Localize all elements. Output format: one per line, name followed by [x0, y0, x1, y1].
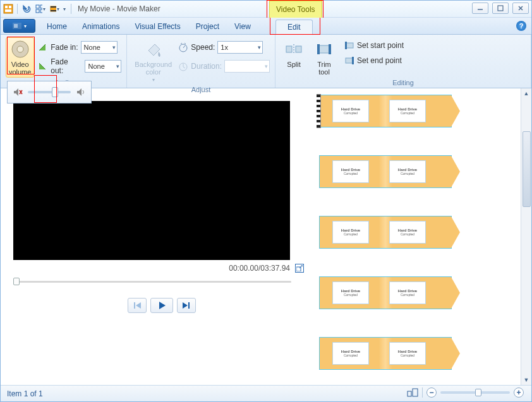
svg-rect-24 [318, 45, 330, 53]
speed-label: Speed: [191, 43, 215, 52]
zoom-slider[interactable] [440, 391, 510, 394]
tab-view[interactable]: View [227, 19, 258, 34]
minimize-button[interactable] [472, 3, 488, 14]
qat-layout-icon[interactable]: ▾ [35, 4, 45, 14]
zoom-controls: − + [407, 387, 524, 398]
clip-row[interactable]: Hard DriveCorruptedHard DriveCorrupted [319, 276, 452, 309]
video-preview[interactable] [13, 101, 290, 260]
fade-out-combo[interactable]: None▾ [85, 60, 121, 73]
tab-animations[interactable]: Animations [75, 19, 127, 34]
trim-label: Trim tool [317, 61, 331, 76]
storyboard-pane: Hard DriveCorruptedHard DriveCorruptedHa… [317, 88, 531, 385]
clip-thumbnail[interactable]: Hard DriveCorrupted [389, 160, 426, 183]
workspace: 00:00.00/03:37.94 Hard DriveCorruptedHar… [1, 88, 531, 385]
clip-thumbnail[interactable]: Hard DriveCorrupted [332, 342, 369, 365]
fade-in-label: Fade in: [51, 43, 78, 52]
vertical-scrollbar[interactable]: ▲ ▼ [521, 88, 531, 385]
clip-row[interactable]: Hard DriveCorruptedHard DriveCorrupted [319, 216, 452, 249]
background-color-button[interactable]: Background color ▾ [132, 37, 174, 85]
tab-edit[interactable]: Edit [275, 20, 313, 35]
speed-icon [178, 42, 188, 52]
zoom-out-button[interactable]: − [426, 387, 437, 398]
group-label-editing: Editing [281, 78, 526, 86]
svg-rect-26 [329, 44, 331, 54]
zoom-in-button[interactable]: + [514, 387, 524, 398]
svg-rect-4 [36, 5, 39, 8]
clip-thumbnail[interactable]: Hard DriveCorrupted [389, 100, 426, 122]
tab-project[interactable]: Project [188, 19, 227, 34]
svg-rect-28 [345, 42, 347, 49]
duration-combo[interactable]: ▾ [224, 60, 270, 73]
app-window: ▾ ▾ ▾ My Movie - Movie Maker Video Tools… [0, 0, 532, 402]
background-color-label: Background color [135, 61, 172, 76]
clip-thumbnail[interactable]: Hard DriveCorrupted [332, 221, 369, 244]
clip-row[interactable]: Hard DriveCorruptedHard DriveCorrupted [319, 95, 452, 127]
seek-thumb[interactable] [13, 278, 20, 285]
undo-icon[interactable] [21, 4, 32, 14]
svg-point-18 [17, 46, 23, 52]
svg-rect-12 [498, 6, 503, 11]
help-button[interactable]: ? [516, 21, 526, 31]
next-frame-button[interactable] [177, 298, 196, 313]
clip-row[interactable]: Hard DriveCorruptedHard DriveCorrupted [319, 155, 452, 188]
volume-slider-thumb[interactable] [52, 87, 58, 97]
context-tab-label: Video Tools [269, 1, 322, 18]
paint-bucket-icon [143, 39, 164, 59]
close-button[interactable] [512, 3, 529, 14]
tab-visual-effects[interactable]: Visual Effects [127, 19, 188, 34]
file-menu-button[interactable]: ▾ [3, 19, 35, 33]
start-point-icon [344, 41, 354, 50]
set-start-point-button[interactable]: Set start point [341, 40, 407, 51]
play-button[interactable] [150, 298, 173, 313]
fullscreen-button[interactable] [295, 264, 304, 273]
svg-rect-22 [296, 46, 301, 52]
clip-thumbnail[interactable]: Hard DriveCorrupted [389, 281, 426, 304]
speaker-max-icon[interactable] [76, 87, 86, 97]
speed-combo[interactable]: 1x▾ [217, 41, 263, 54]
quick-access-toolbar: ▾ ▾ ▾ [1, 4, 71, 14]
maximize-button[interactable] [492, 3, 509, 14]
qat-customize-dropdown[interactable]: ▾ [63, 6, 66, 12]
clip-thumbnail[interactable]: Hard DriveCorrupted [389, 342, 426, 365]
qat-divider [71, 4, 71, 14]
duration-icon [178, 61, 188, 71]
video-volume-button[interactable]: Video volume [6, 37, 34, 78]
qat-divider [17, 4, 18, 14]
duration-label: Duration: [191, 62, 222, 71]
trim-tool-button[interactable]: Trim tool [311, 37, 337, 78]
previous-frame-button[interactable] [128, 298, 147, 313]
volume-slider[interactable] [28, 91, 71, 93]
scrollbar-thumb[interactable] [523, 131, 531, 207]
qat-filmstrip-icon[interactable]: ▾ [49, 4, 59, 14]
tab-home[interactable]: Home [39, 19, 75, 34]
ribbon-tabs: ▾ Home Animations Visual Effects Project… [1, 18, 531, 35]
seek-bar[interactable] [13, 279, 291, 284]
fade-out-icon [38, 62, 48, 71]
preview-pane: 00:00.00/03:37.94 [1, 88, 317, 385]
svg-rect-25 [317, 44, 320, 54]
zoom-slider-thumb[interactable] [475, 389, 481, 396]
set-end-label: Set end point [357, 56, 402, 65]
svg-rect-21 [286, 46, 292, 52]
clip-thumbnail[interactable]: Hard DriveCorrupted [332, 160, 369, 183]
speaker-mute-icon[interactable] [13, 87, 23, 97]
thumbnail-size-icon[interactable] [407, 388, 418, 397]
clip-thumbnail[interactable]: Hard DriveCorrupted [389, 221, 426, 244]
clip-row[interactable]: Hard DriveCorruptedHard DriveCorrupted [319, 337, 452, 370]
fade-out-label: Fade out: [51, 57, 82, 75]
clip-thumbnail[interactable]: Hard DriveCorrupted [332, 281, 369, 304]
end-point-icon [344, 56, 354, 65]
app-icon [3, 4, 13, 14]
svg-rect-6 [36, 9, 39, 13]
split-button[interactable]: Split [281, 37, 307, 70]
trim-icon [314, 39, 334, 59]
svg-rect-7 [40, 9, 42, 13]
fade-in-combo[interactable]: None▾ [81, 41, 118, 54]
status-bar: Item 1 of 1 − + [1, 385, 531, 401]
group-label-adjust: Adjust [132, 85, 270, 93]
scroll-down-button[interactable]: ▼ [522, 375, 531, 385]
scroll-up-button[interactable]: ▲ [522, 88, 531, 98]
svg-rect-30 [352, 57, 354, 64]
set-end-point-button[interactable]: Set end point [341, 55, 407, 66]
clip-thumbnail[interactable]: Hard DriveCorrupted [332, 100, 369, 122]
